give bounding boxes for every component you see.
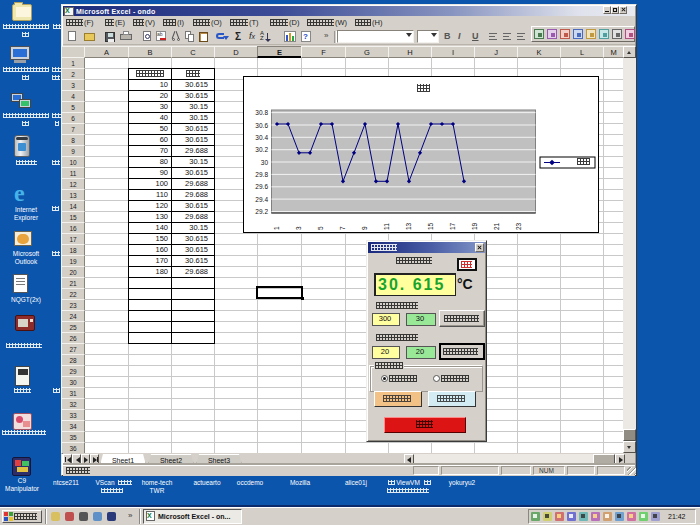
svg-text:15: 15 [427,222,434,230]
svg-text:29.2: 29.2 [255,208,268,215]
svg-text:29.4: 29.4 [255,196,268,203]
svg-text:3: 3 [295,226,302,230]
svg-text:30: 30 [261,159,269,166]
svg-text:7: 7 [339,226,346,230]
svg-text:29.6: 29.6 [255,183,268,190]
svg-text:29.8: 29.8 [255,171,268,178]
svg-text:30.4: 30.4 [255,134,268,141]
svg-text:11: 11 [383,223,390,230]
svg-text:9: 9 [361,226,368,230]
svg-text:17: 17 [449,222,456,230]
svg-text:13: 13 [405,222,412,230]
svg-text:1: 1 [273,226,280,230]
svg-text:23: 23 [515,222,522,230]
svg-text:21: 21 [493,222,500,230]
svg-text:5: 5 [317,226,324,230]
svg-text:30.2: 30.2 [255,146,268,153]
svg-text:30.8: 30.8 [255,109,268,116]
svg-text:19: 19 [471,222,478,230]
svg-text:30.6: 30.6 [255,122,268,129]
